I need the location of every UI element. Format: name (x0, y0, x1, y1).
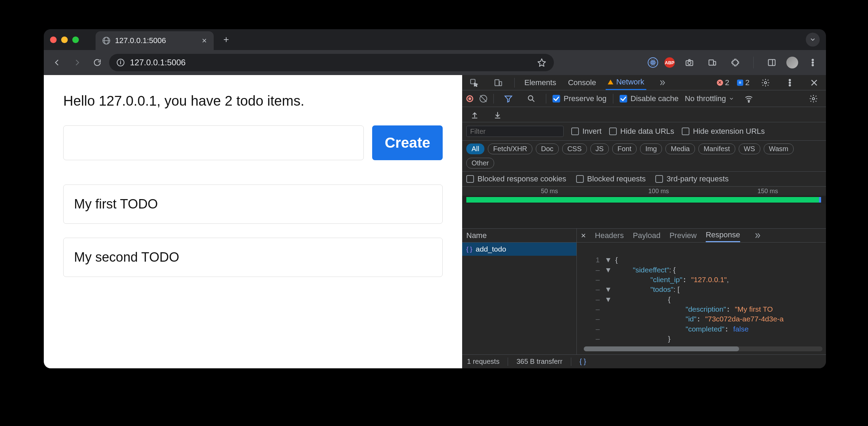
chip-other[interactable]: Other (466, 158, 494, 169)
network-timeline[interactable]: 50 ms 100 ms 150 ms (462, 187, 826, 229)
chip-ws[interactable]: WS (739, 144, 760, 154)
tab-console[interactable]: Console (566, 75, 598, 90)
close-tab-button[interactable]: × (202, 36, 207, 45)
wifi-icon[interactable] (740, 90, 757, 107)
devtools-menu-icon[interactable] (781, 74, 798, 91)
messages-badge[interactable]: ≡2 (737, 78, 750, 87)
chip-js[interactable]: JS (590, 144, 609, 154)
response-body[interactable]: 1▼ { –▼ "sideeffect": { – "client_ip": "… (577, 243, 826, 354)
address-bar: i 127.0.0.1:5006 ABP (44, 50, 826, 75)
filter-icon[interactable] (500, 90, 517, 107)
preserve-log-checkbox[interactable]: Preserve log (552, 94, 607, 103)
invert-checkbox[interactable]: Invert (571, 127, 601, 136)
create-todo-form: Create (63, 125, 443, 160)
clear-button[interactable] (480, 95, 487, 103)
chip-wasm[interactable]: Wasm (764, 144, 794, 154)
svg-point-22 (812, 97, 815, 100)
forward-button[interactable] (69, 54, 85, 71)
chip-img[interactable]: Img (640, 144, 662, 154)
extensions-icon[interactable] (727, 54, 744, 71)
settings-icon[interactable] (757, 74, 774, 91)
svg-point-16 (764, 81, 767, 84)
search-icon[interactable] (523, 90, 540, 107)
filter-input[interactable] (466, 126, 564, 137)
chip-manifest[interactable]: Manifest (698, 144, 735, 154)
svg-rect-14 (495, 80, 499, 85)
tab-search-button[interactable] (806, 33, 820, 47)
chip-doc[interactable]: Doc (536, 144, 559, 154)
maximize-window-button[interactable] (72, 36, 79, 43)
new-tab-button[interactable]: + (220, 33, 232, 46)
tab-payload[interactable]: Payload (633, 231, 661, 240)
third-party-checkbox[interactable]: 3rd-party requests (655, 174, 729, 183)
tab-headers[interactable]: Headers (595, 231, 624, 240)
chip-css[interactable]: CSS (562, 144, 587, 154)
svg-point-18 (789, 82, 791, 83)
svg-point-20 (528, 96, 533, 100)
throttling-select[interactable]: No throttling (685, 94, 735, 103)
name-column-header[interactable]: Name (462, 229, 576, 243)
filter-row: Invert Hide data URLs Hide extension URL… (462, 122, 826, 141)
side-panel-icon[interactable] (763, 54, 780, 71)
separator (753, 57, 754, 68)
svg-point-11 (812, 62, 813, 63)
profile-avatar[interactable] (786, 57, 798, 68)
svg-point-17 (789, 79, 791, 81)
tab-network[interactable]: Network (606, 75, 646, 90)
chip-media[interactable]: Media (665, 144, 695, 154)
url-text: 127.0.0.1:5006 (130, 58, 186, 67)
errors-badge[interactable]: ✕2 (717, 78, 729, 87)
hide-extension-urls-checkbox[interactable]: Hide extension URLs (682, 127, 765, 136)
todo-item[interactable]: My first TODO (63, 185, 443, 224)
chrome-menu-button[interactable] (804, 54, 821, 71)
network-settings-icon[interactable] (805, 90, 822, 107)
horizontal-scrollbar[interactable] (584, 346, 822, 351)
request-row[interactable]: { } add_todo (462, 243, 576, 256)
svg-point-0 (652, 62, 653, 63)
tab-preview[interactable]: Preview (670, 231, 697, 240)
browser-tab[interactable]: 127.0.0.1:5006 × (96, 31, 214, 50)
disable-cache-checkbox[interactable]: Disable cache (620, 94, 679, 103)
response-panel: × Headers Payload Preview Response 1▼ { … (577, 229, 826, 354)
blocked-cookies-checkbox[interactable]: Blocked response cookies (466, 174, 566, 183)
close-window-button[interactable] (50, 36, 57, 43)
pretty-print-icon[interactable]: { } (580, 358, 586, 366)
close-devtools-icon[interactable] (806, 74, 822, 91)
todo-item[interactable]: My second TODO (63, 238, 443, 277)
download-har-icon[interactable] (489, 106, 506, 123)
chip-font[interactable]: Font (612, 144, 637, 154)
new-todo-input[interactable] (63, 125, 364, 160)
page-heading: Hello 127.0.0.1, you have 2 todo items. (63, 93, 443, 109)
inspect-icon[interactable] (466, 74, 482, 91)
camera-icon[interactable] (681, 54, 698, 71)
more-response-tabs-icon[interactable] (749, 227, 766, 244)
adblock-icon[interactable]: ABP (664, 57, 675, 68)
tab-title: 127.0.0.1:5006 (115, 36, 166, 45)
chip-fetch-xhr[interactable]: Fetch/XHR (488, 144, 532, 154)
chip-all[interactable]: All (466, 144, 484, 154)
tab-elements[interactable]: Elements (522, 75, 558, 90)
upload-har-icon[interactable] (466, 106, 483, 123)
status-requests: 1 requests (467, 358, 499, 366)
create-button[interactable]: Create (372, 125, 443, 160)
close-details-icon[interactable]: × (581, 231, 586, 240)
rendered-page: Hello 127.0.0.1, you have 2 todo items. … (44, 75, 462, 368)
record-button[interactable] (466, 95, 473, 102)
blocked-filter-row: Blocked response cookies Blocked request… (462, 172, 826, 187)
hide-data-urls-checkbox[interactable]: Hide data URLs (609, 127, 674, 136)
back-button[interactable] (49, 54, 65, 71)
tab-response[interactable]: Response (706, 229, 740, 242)
omnibox[interactable]: i 127.0.0.1:5006 (109, 54, 554, 71)
bookmark-icon[interactable] (537, 58, 546, 67)
timeline-tick: 100 ms (648, 188, 669, 195)
site-info-icon[interactable]: i (117, 59, 124, 66)
reload-button[interactable] (89, 54, 106, 71)
content-area: Hello 127.0.0.1, you have 2 todo items. … (44, 75, 826, 368)
react-devtools-icon[interactable] (648, 57, 658, 68)
blocked-requests-checkbox[interactable]: Blocked requests (576, 174, 646, 183)
minimize-window-button[interactable] (61, 36, 68, 43)
device-toggle-icon[interactable] (490, 74, 507, 91)
devices-icon[interactable] (704, 54, 721, 71)
json-icon: { } (466, 246, 472, 253)
more-tabs-icon[interactable] (654, 74, 671, 91)
